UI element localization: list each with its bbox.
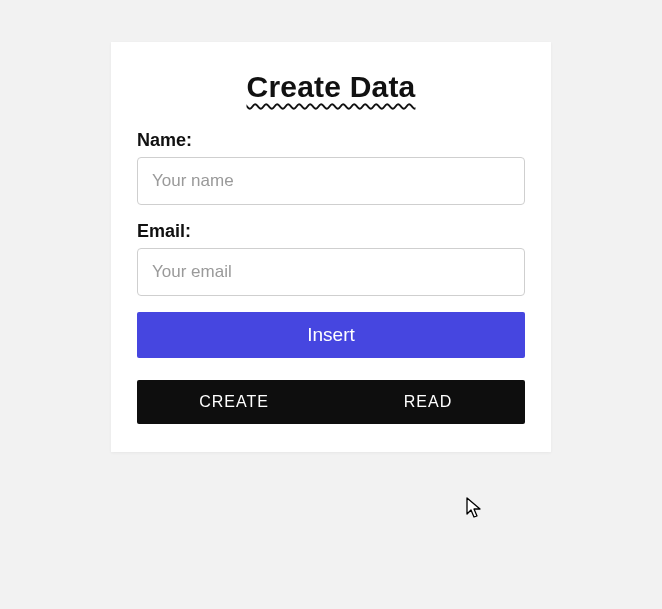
- email-input[interactable]: [137, 248, 525, 296]
- name-input[interactable]: [137, 157, 525, 205]
- cursor-icon: [466, 497, 484, 519]
- email-label: Email:: [137, 221, 525, 242]
- name-label: Name:: [137, 130, 525, 151]
- nav-read-link[interactable]: READ: [331, 380, 525, 424]
- page-title: Create Data: [137, 70, 525, 104]
- form-card: Create Data Name: Email: Insert CREATE R…: [111, 42, 551, 452]
- nav-bar: CREATE READ: [137, 380, 525, 424]
- nav-create-link[interactable]: CREATE: [137, 380, 331, 424]
- insert-button[interactable]: Insert: [137, 312, 525, 358]
